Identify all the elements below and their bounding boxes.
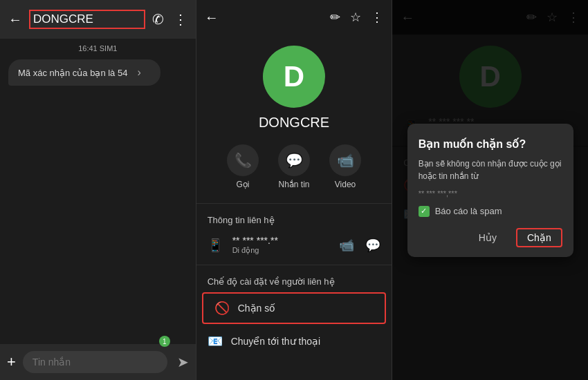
phone-number: ** *** ***.**: [232, 235, 330, 246]
message-action[interactable]: 💬 Nhắn tin: [278, 144, 310, 189]
notification-badge: 1: [159, 336, 170, 347]
spam-checkbox[interactable]: ✓: [419, 206, 430, 217]
block-number-label: Chặn số: [238, 303, 276, 314]
phone-row: 📱 ** *** ***.** Di động 📹 💬: [196, 229, 392, 260]
video-call-icon[interactable]: 📹: [339, 238, 354, 253]
sms-icon[interactable]: 💬: [365, 238, 380, 253]
add-attachment-button[interactable]: +: [7, 353, 16, 371]
phone-icon[interactable]: ✆: [152, 11, 164, 28]
back-icon[interactable]: ←: [205, 10, 219, 26]
header-actions: ✆ ⋮: [152, 11, 187, 28]
message-text: Mã xác nhận của bạn là 54: [18, 68, 127, 78]
contact-actions: 📞 Gọi 💬 Nhắn tin 📹 Video: [196, 140, 392, 199]
phone-row-actions: 📹 💬: [339, 238, 380, 253]
dialog-actions: Hủy Chặn: [419, 228, 562, 247]
avatar: D: [263, 46, 325, 108]
video-action-label: Video: [335, 180, 356, 189]
block-confirm-button[interactable]: Chặn: [516, 228, 562, 247]
contact-header: ← ✏ ☆ ⋮: [196, 0, 392, 35]
dialog-overlay: Bạn muốn chặn số? Bạn sẽ không còn nhận …: [392, 0, 588, 380]
dialog-body: Bạn sẽ không còn nhận được cuộc gọi hoặc…: [419, 158, 562, 182]
spam-checkbox-row[interactable]: ✓ Báo cáo là spam: [419, 206, 562, 217]
phone-info: ** *** ***.** Di động: [232, 235, 330, 255]
spam-checkbox-label: Báo cáo là spam: [435, 206, 502, 216]
message-action-icon: 💬: [278, 144, 310, 176]
block-icon: 🚫: [214, 301, 230, 316]
divider-1: [196, 203, 392, 204]
contact-header-icons: ✏ ☆ ⋮: [330, 10, 383, 25]
messages-header: ← DONGCRE ✆ ⋮: [0, 0, 196, 39]
phone-type: Di động: [232, 246, 330, 255]
cancel-button[interactable]: Hủy: [473, 229, 502, 246]
message-input-bar: + 1 ➤: [0, 344, 196, 380]
expand-arrow-icon[interactable]: ›: [137, 66, 140, 79]
message-timestamp: 16:41 SIM1: [0, 39, 196, 55]
contact-avatar-container: D: [196, 35, 392, 115]
back-icon[interactable]: ←: [8, 12, 22, 28]
forward-icon: 📧: [208, 334, 223, 349]
contact-name: DONGCRE: [196, 115, 392, 140]
divider-2: [196, 265, 392, 265]
settings-section-title: Chế độ cài đặt về người liên hệ: [196, 269, 392, 289]
phone-row-icon: 📱: [208, 238, 223, 253]
video-action-icon: 📹: [329, 144, 361, 176]
dialog-number: ** *** ***,***: [419, 189, 562, 198]
forward-label: Chuyển tới thư thoại: [231, 336, 320, 347]
chat-title: DONGCRE: [29, 10, 145, 29]
more-menu-icon[interactable]: ⋮: [174, 11, 187, 28]
dialog-title: Bạn muốn chặn số?: [419, 137, 562, 151]
block-confirm-dialog: Bạn muốn chặn số? Bạn sẽ không còn nhận …: [407, 124, 573, 257]
call-action-label: Gọi: [237, 180, 250, 189]
more-icon[interactable]: ⋮: [371, 10, 383, 25]
contact-info-section-title: Thông tin liên hệ: [196, 208, 392, 229]
block-dialog-panel: ← ✏ ☆ ⋮ D 📱 ** *** ***.** Di động Chế độ…: [392, 0, 588, 380]
call-action[interactable]: 📞 Gọi: [227, 144, 259, 189]
message-action-label: Nhắn tin: [278, 180, 309, 189]
send-icon[interactable]: ➤: [177, 354, 189, 370]
message-bubble: Mã xác nhận của bạn là 54 ›: [8, 59, 160, 86]
edit-icon[interactable]: ✏: [330, 10, 340, 25]
star-icon[interactable]: ☆: [350, 10, 361, 25]
video-action[interactable]: 📹 Video: [329, 144, 361, 189]
contact-detail-panel: ← ✏ ☆ ⋮ D DONGCRE 📞 Gọi 💬 Nhắn tin 📹 Vid…: [196, 0, 392, 380]
call-action-icon: 📞: [227, 144, 259, 176]
messages-panel: ← DONGCRE ✆ ⋮ 16:41 SIM1 Mã xác nhận của…: [0, 0, 196, 380]
block-number-row[interactable]: 🚫 Chặn số: [202, 292, 387, 324]
forward-to-voicemail-row[interactable]: 📧 Chuyển tới thư thoại: [196, 327, 392, 356]
message-input[interactable]: [23, 351, 167, 373]
